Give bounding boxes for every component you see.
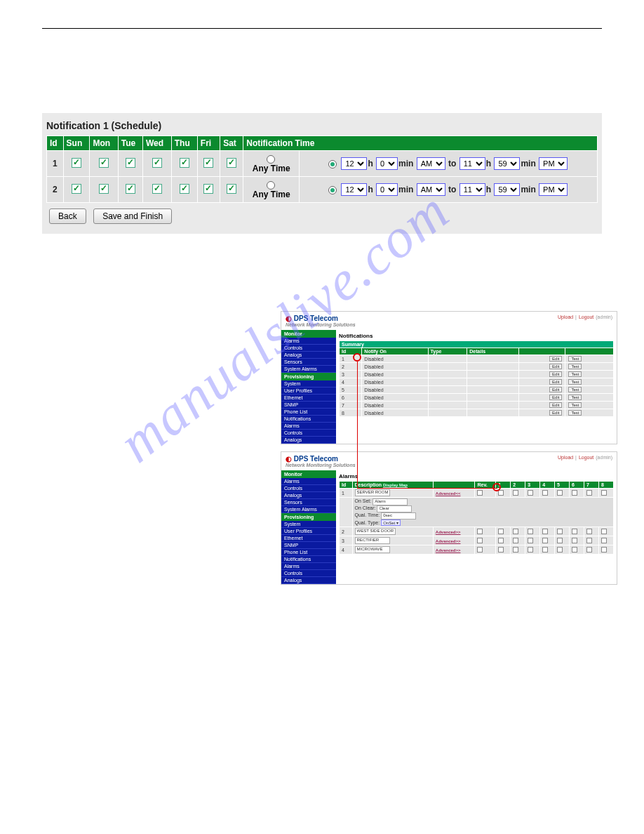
logout-link[interactable]: Logout <box>579 315 593 319</box>
alarm-checkbox[interactable] <box>542 538 548 543</box>
alarm-checkbox[interactable] <box>542 547 548 552</box>
upload-link[interactable]: Upload <box>558 315 573 319</box>
alarm-checkbox[interactable] <box>513 490 518 496</box>
advanced-toggle[interactable]: Advanced>> <box>436 548 461 552</box>
to-hour-select[interactable]: 11 <box>459 183 485 196</box>
alarm-checkbox[interactable] <box>572 490 577 496</box>
alarm-checkbox[interactable] <box>528 547 533 552</box>
alarm-checkbox[interactable] <box>477 547 483 552</box>
day-checkbox[interactable] <box>72 158 81 168</box>
edit-button[interactable]: Edit <box>549 387 562 392</box>
to-min-select[interactable]: 59 <box>494 183 520 196</box>
edit-button[interactable]: Edit <box>549 395 562 400</box>
alarm-checkbox[interactable] <box>601 547 607 552</box>
onset-input[interactable]: Alarm <box>373 498 408 505</box>
alarm-checkbox[interactable] <box>572 538 577 543</box>
test-button[interactable]: Test <box>568 395 582 400</box>
test-button[interactable]: Test <box>568 364 582 369</box>
qualtype-select[interactable]: OnSet ▾ <box>381 519 401 526</box>
alarm-checkbox[interactable] <box>557 538 563 543</box>
sidebar-item[interactable]: User Profiles <box>281 388 336 395</box>
alarm-checkbox[interactable] <box>572 529 577 534</box>
alarm-checkbox[interactable] <box>586 547 592 552</box>
alarm-checkbox[interactable] <box>601 538 607 543</box>
alarm-checkbox[interactable] <box>572 547 577 552</box>
alarm-checkbox[interactable] <box>528 538 533 543</box>
day-checkbox[interactable] <box>99 158 109 168</box>
qualtime-input[interactable]: 0sec <box>381 512 416 519</box>
from-min-select[interactable]: 0 <box>376 157 398 170</box>
alarm-checkbox[interactable] <box>477 490 483 496</box>
advanced-toggle[interactable]: Advanced>> <box>436 539 461 543</box>
test-button[interactable]: Test <box>568 379 582 385</box>
back-button[interactable]: Back <box>49 208 86 224</box>
range-radio[interactable] <box>328 160 337 168</box>
sidebar-item[interactable]: Sensors <box>281 359 336 366</box>
anytime-radio[interactable] <box>267 155 275 164</box>
sidebar-item[interactable]: Controls <box>281 570 336 577</box>
alarm-checkbox[interactable] <box>586 529 592 534</box>
sidebar-item[interactable]: System <box>281 521 336 528</box>
edit-button[interactable]: Edit <box>549 371 562 377</box>
day-checkbox[interactable] <box>72 184 81 194</box>
edit-button[interactable]: Edit <box>549 364 562 369</box>
day-checkbox[interactable] <box>126 184 135 194</box>
sidebar-item[interactable]: SNMP <box>281 542 336 549</box>
from-ampm-select[interactable]: AM <box>417 157 445 170</box>
edit-button[interactable]: Edit <box>549 410 562 416</box>
day-checkbox[interactable] <box>227 158 236 168</box>
day-checkbox[interactable] <box>227 184 236 194</box>
test-button[interactable]: Test <box>568 387 582 392</box>
sidebar-item[interactable]: Sensors <box>281 499 336 506</box>
alarm-desc-input[interactable]: MICROWAVE <box>355 546 390 553</box>
day-checkbox[interactable] <box>203 158 213 168</box>
to-ampm-select[interactable]: PM <box>539 183 568 196</box>
alarm-checkbox[interactable] <box>601 529 607 534</box>
day-checkbox[interactable] <box>152 184 162 194</box>
sidebar-item[interactable]: System <box>281 380 336 388</box>
sidebar-item[interactable]: Alarms <box>281 338 336 345</box>
logout-link-2[interactable]: Logout <box>579 455 593 460</box>
from-ampm-select[interactable]: AM <box>417 183 445 196</box>
sidebar-item[interactable]: System Alarms <box>281 506 336 513</box>
alarm-checkbox[interactable] <box>513 547 518 552</box>
alarm-checkbox[interactable] <box>586 490 592 496</box>
anytime-radio[interactable] <box>267 181 275 190</box>
range-radio[interactable] <box>328 186 337 194</box>
alarm-checkbox[interactable] <box>477 538 483 543</box>
sidebar-item[interactable]: Analogs <box>281 577 336 584</box>
from-hour-select[interactable]: 12 <box>341 157 367 170</box>
sidebar-item[interactable]: Controls <box>281 430 336 437</box>
alarm-checkbox[interactable] <box>601 490 607 496</box>
day-checkbox[interactable] <box>180 158 189 168</box>
sidebar-item[interactable]: Phone List <box>281 549 336 556</box>
upload-link-2[interactable]: Upload <box>558 455 573 460</box>
test-button[interactable]: Test <box>568 402 582 408</box>
sidebar-item[interactable]: SNMP <box>281 402 336 409</box>
alarm-checkbox[interactable] <box>557 529 563 534</box>
sidebar-item[interactable]: Ethernet <box>281 395 336 402</box>
alarm-checkbox[interactable] <box>528 490 533 496</box>
onclear-input[interactable]: Clear <box>377 505 412 512</box>
sidebar-item[interactable]: Ethernet <box>281 535 336 542</box>
alarm-checkbox[interactable] <box>477 529 483 534</box>
alarm-checkbox[interactable] <box>498 538 504 543</box>
alarm-desc-input[interactable]: WEST SIDE DOOR <box>355 528 396 535</box>
sidebar-item[interactable]: Controls <box>281 485 336 492</box>
alarm-checkbox[interactable] <box>498 547 504 552</box>
alarm-checkbox[interactable] <box>513 529 518 534</box>
alarm-checkbox[interactable] <box>498 529 504 534</box>
day-checkbox[interactable] <box>126 158 135 168</box>
alarm-checkbox[interactable] <box>542 490 548 496</box>
sidebar-item[interactable]: System Alarms <box>281 366 336 373</box>
edit-button[interactable]: Edit <box>549 356 562 362</box>
sidebar-item[interactable]: Analogs <box>281 437 336 444</box>
sidebar-item[interactable]: Alarms <box>281 478 336 485</box>
save-finish-button[interactable]: Save and Finish <box>93 208 172 224</box>
day-checkbox[interactable] <box>99 184 109 194</box>
edit-button[interactable]: Edit <box>549 379 562 385</box>
sidebar-item[interactable]: Phone List <box>281 409 336 416</box>
alarm-checkbox[interactable] <box>528 529 533 534</box>
alarm-checkbox[interactable] <box>542 529 548 534</box>
sidebar-item[interactable]: Notifications <box>281 556 336 563</box>
